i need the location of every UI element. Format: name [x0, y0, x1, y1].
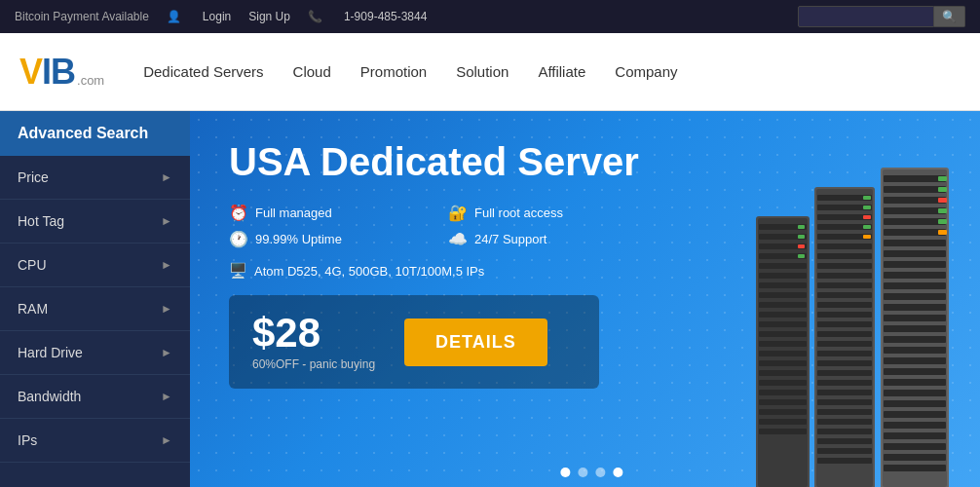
svg-rect-77 — [884, 304, 946, 311]
main-layout: Advanced Search Price ► Hot Tag ► CPU ► … — [0, 111, 980, 487]
signup-link[interactable]: Sign Up — [248, 10, 290, 23]
sidebar-label-ram: RAM — [18, 301, 48, 317]
sidebar-label-ips: IPs — [18, 432, 37, 448]
svg-rect-51 — [817, 399, 872, 405]
svg-rect-23 — [759, 429, 807, 434]
svg-rect-59 — [863, 206, 871, 209]
support-icon: ☁️ — [448, 230, 468, 248]
svg-rect-78 — [884, 315, 946, 321]
svg-rect-67 — [884, 197, 946, 204]
logo-com: .com — [77, 73, 104, 88]
svg-rect-90 — [884, 443, 946, 450]
sidebar-label-hot-tag: Hot Tag — [18, 213, 64, 229]
svg-rect-92 — [884, 465, 946, 471]
details-button[interactable]: DETAILS — [404, 318, 547, 366]
svg-rect-15 — [759, 351, 807, 356]
svg-rect-16 — [759, 360, 807, 366]
search-button[interactable]: 🔍 — [934, 6, 965, 27]
svg-rect-26 — [798, 244, 805, 248]
svg-rect-44 — [817, 331, 872, 337]
dot-2[interactable] — [578, 468, 587, 477]
svg-rect-43 — [817, 321, 872, 327]
bitcoin-notice: Bitcoin Payment Available — [15, 10, 149, 23]
svg-rect-83 — [884, 368, 946, 375]
nav-affiliate[interactable]: Affiliate — [538, 54, 585, 90]
svg-rect-10 — [759, 302, 807, 308]
sidebar: Advanced Search Price ► Hot Tag ► CPU ► … — [0, 111, 190, 487]
svg-rect-22 — [759, 419, 807, 425]
user-icon: 👤 — [167, 10, 181, 23]
nav-links: Dedicated Servers Cloud Promotion Soluti… — [143, 54, 677, 90]
search-form: 🔍 — [798, 6, 965, 27]
price-discount: 60%OFF - panic buying — [252, 357, 375, 371]
feature-support: ☁️ 24/7 Support — [448, 230, 638, 248]
svg-rect-18 — [759, 380, 807, 386]
spec-text: Atom D525, 4G, 500GB, 10T/100M,5 IPs — [254, 264, 484, 279]
nav-solution[interactable]: Solution — [456, 54, 509, 90]
sidebar-item-bandwidth[interactable]: Bandwidth ► — [0, 375, 190, 419]
feature-uptime: 🕐 99.99% Uptime — [229, 230, 419, 248]
hero-title: USA Dedicated Server — [229, 140, 941, 184]
dot-4[interactable] — [613, 468, 622, 477]
carousel-dots — [560, 468, 622, 477]
sidebar-item-hard-drive[interactable]: Hard Drive ► — [0, 331, 190, 375]
svg-rect-41 — [817, 302, 872, 308]
svg-rect-49 — [817, 380, 872, 386]
feature-support-label: 24/7 Support — [474, 232, 547, 246]
svg-rect-89 — [884, 432, 946, 439]
svg-rect-79 — [884, 325, 946, 332]
svg-rect-53 — [817, 419, 872, 425]
svg-rect-82 — [884, 357, 946, 364]
svg-rect-97 — [938, 219, 947, 224]
sidebar-item-cpu[interactable]: CPU ► — [0, 244, 190, 287]
clock-icon: ⏰ — [229, 204, 248, 222]
nav-dedicated-servers[interactable]: Dedicated Servers — [143, 54, 263, 90]
login-link[interactable]: Login — [203, 10, 231, 23]
sidebar-item-ips[interactable]: IPs ► — [0, 419, 190, 463]
dot-1[interactable] — [560, 468, 570, 477]
svg-rect-25 — [798, 235, 805, 239]
svg-rect-17 — [759, 370, 807, 376]
svg-rect-56 — [817, 448, 872, 454]
svg-rect-9 — [759, 292, 807, 298]
server-illustration — [697, 158, 980, 487]
svg-rect-95 — [938, 198, 947, 203]
svg-rect-46 — [817, 351, 872, 356]
phone-icon: 📞 — [308, 10, 322, 23]
nav-cloud[interactable]: Cloud — [293, 54, 331, 90]
search-input[interactable] — [798, 6, 934, 27]
svg-rect-50 — [817, 390, 872, 395]
logo[interactable]: VIB .com — [19, 52, 104, 93]
svg-rect-81 — [884, 347, 946, 354]
dot-3[interactable] — [595, 468, 605, 477]
nav-promotion[interactable]: Promotion — [360, 54, 427, 90]
feature-root-access: 🔐 Full root access — [448, 204, 638, 222]
sidebar-label-cpu: CPU — [18, 257, 47, 273]
svg-rect-60 — [863, 215, 871, 219]
svg-rect-86 — [884, 400, 946, 407]
svg-rect-84 — [884, 379, 946, 386]
svg-rect-8 — [759, 282, 807, 288]
svg-rect-87 — [884, 411, 946, 418]
svg-rect-12 — [759, 321, 807, 327]
sidebar-label-hard-drive: Hard Drive — [18, 345, 83, 360]
nav-company[interactable]: Company — [615, 54, 677, 90]
svg-rect-58 — [863, 196, 871, 200]
price-info: $28 60%OFF - panic buying — [252, 313, 375, 371]
svg-rect-24 — [798, 225, 805, 229]
uptime-icon: 🕐 — [229, 230, 248, 248]
svg-rect-85 — [884, 390, 946, 396]
svg-rect-11 — [759, 312, 807, 318]
sidebar-item-hot-tag[interactable]: Hot Tag ► — [0, 200, 190, 244]
sidebar-item-ram[interactable]: RAM ► — [0, 287, 190, 331]
feature-managed-label: Full managed — [255, 206, 332, 220]
svg-rect-70 — [884, 229, 946, 236]
svg-rect-42 — [817, 312, 872, 318]
svg-rect-36 — [817, 253, 872, 259]
svg-rect-96 — [938, 208, 947, 213]
sidebar-item-price[interactable]: Price ► — [0, 156, 190, 200]
sidebar-title: Advanced Search — [0, 111, 190, 156]
phone-number: 1-909-485-3844 — [344, 10, 427, 23]
svg-rect-71 — [884, 240, 946, 246]
svg-rect-20 — [759, 399, 807, 405]
